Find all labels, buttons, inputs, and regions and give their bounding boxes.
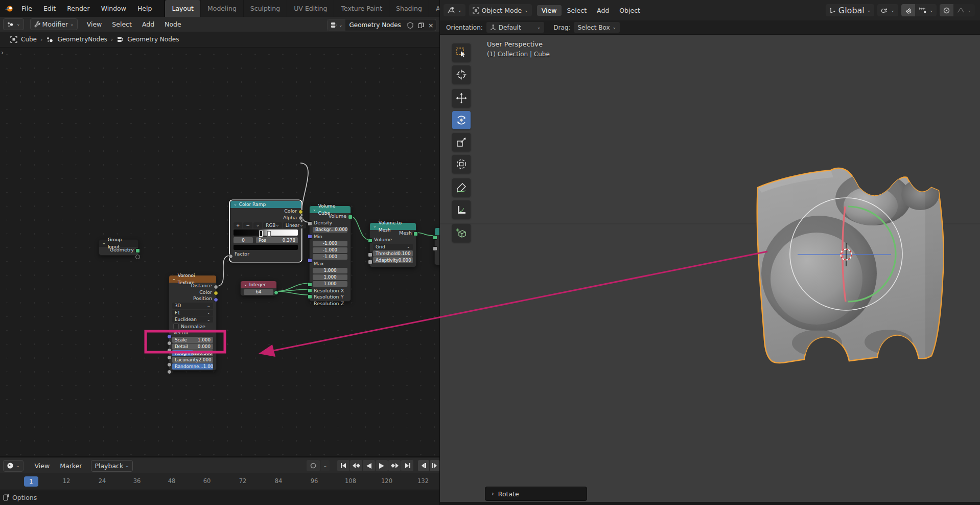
v2m-threshold-field[interactable]: Threshold0.100 (373, 250, 413, 257)
play-reverse-button[interactable] (363, 460, 375, 471)
ramp-color-swatch[interactable] (234, 245, 298, 250)
tab-animation[interactable]: Animation (429, 0, 439, 17)
voronoi-lacunarity-field[interactable]: Lacunarity2.000 (172, 357, 213, 363)
orientation-value-dropdown[interactable]: Default ⌄ (486, 22, 544, 33)
ramp-add-stop-button[interactable]: + (234, 222, 242, 228)
volume-cube-min-z[interactable]: -1.000 (313, 254, 347, 260)
socket-position-out[interactable] (214, 297, 218, 302)
v2m-resolution-dropdown[interactable]: Grid⌄ (373, 244, 413, 250)
proportional-editing-button[interactable] (940, 4, 953, 16)
socket-virtual[interactable] (135, 255, 140, 259)
breadcrumb-object[interactable]: Cube (21, 36, 37, 43)
ramp-stop-white[interactable] (267, 231, 271, 237)
ramp-interpolation-dropdown[interactable]: Linear⌄ (283, 222, 306, 228)
socket-voronoi-color-out[interactable] (214, 291, 218, 295)
socket-sliver-in-1[interactable] (433, 235, 437, 240)
volume-cube-min-x[interactable]: -1.000 (313, 241, 347, 247)
prev-keyframe-button[interactable] (350, 460, 362, 471)
tab-layout[interactable]: Layout (165, 0, 200, 17)
unlink-close-icon[interactable]: × (426, 21, 436, 29)
menu-render[interactable]: Render (61, 5, 96, 12)
snap-settings-dropdown[interactable]: ⌄ (915, 4, 937, 16)
proportional-falloff-dropdown[interactable]: ⌄ (953, 4, 975, 16)
tool-measure[interactable] (452, 200, 471, 219)
sidebar-expand-arrow[interactable]: › (1, 49, 4, 56)
next-keyframe-button[interactable] (388, 460, 401, 471)
editor-type-button[interactable]: ⌄ (3, 18, 24, 30)
timeline-scrub-area[interactable]: 1 12 24 36 48 60 72 84 96 108 120 132 (0, 473, 439, 490)
operator-panel-rotate[interactable]: › Rotate (485, 487, 587, 501)
tool-annotate[interactable] (452, 178, 471, 197)
voronoi-dimensions-dropdown[interactable]: 3D⌄ (172, 303, 213, 309)
viewport-3d[interactable]: ⌄ Object Mode ⌄ View Select Add Object G… (439, 0, 980, 505)
voronoi-roughness-field[interactable]: Roughness0.500 (172, 350, 213, 356)
node-canvas[interactable]: ⌄Group Input Geometry ⌄Color Ramp Color … (0, 48, 439, 456)
fake-user-shield-icon[interactable] (405, 22, 415, 29)
socket-sliver-in-2[interactable] (433, 246, 437, 251)
modifier-dropdown[interactable]: Modifier ⌄ (30, 18, 78, 30)
tl-menu-view[interactable]: View (30, 462, 55, 470)
socket-vector-in[interactable] (167, 334, 172, 339)
node-volume-cube[interactable]: ⌄Volume Cube Volume Density Backgr...0.0… (309, 205, 351, 302)
socket-scale-in[interactable] (167, 341, 172, 346)
node-group-input[interactable]: ⌄Group Input Geometry (99, 239, 138, 256)
volume-cube-max-y[interactable]: 1.000 (313, 274, 347, 281)
socket-res-y-in[interactable] (308, 288, 312, 293)
transform-orientation-dropdown[interactable]: Global ⌄ (826, 4, 875, 16)
snap-toggle-button[interactable] (901, 4, 915, 16)
menu-help[interactable]: Help (132, 5, 158, 12)
breadcrumb-tree[interactable]: Geometry Nodes (127, 36, 179, 43)
keying-set-dropdown[interactable]: ⌄ (321, 460, 330, 471)
browse-tree-button[interactable]: ⌄ (328, 19, 345, 31)
tool-scale[interactable] (452, 133, 471, 151)
tool-add-cube[interactable] (452, 224, 471, 242)
volume-cube-max-z[interactable]: 1.000 (313, 281, 347, 287)
vp-menu-select[interactable]: Select (563, 5, 592, 16)
socket-color-out[interactable] (298, 210, 303, 214)
tool-move[interactable] (452, 89, 471, 107)
ramp-specials-button[interactable]: ⌄ (253, 222, 263, 228)
auto-keying-button[interactable] (307, 460, 320, 471)
tool-transform[interactable] (452, 155, 471, 173)
ramp-position-field[interactable]: Pos0.378 (256, 237, 298, 243)
tab-texture-paint[interactable]: Texture Paint (334, 0, 389, 17)
socket-alpha-out[interactable] (298, 216, 303, 220)
node-integer[interactable]: ⌄Integer 64 (240, 281, 277, 296)
socket-volume-out[interactable] (348, 215, 353, 219)
node-clipped-sliver[interactable] (434, 227, 439, 265)
ne-menu-add[interactable]: Add (137, 20, 159, 28)
tab-uv-editing[interactable]: UV Editing (287, 0, 334, 17)
menu-edit[interactable]: Edit (38, 5, 61, 12)
tool-tweak-select[interactable] (452, 43, 471, 62)
socket-v2m-volume-in[interactable] (368, 238, 372, 243)
socket-v2m-adaptivity-in[interactable] (368, 260, 372, 264)
v2m-adaptivity-field[interactable]: Adaptivity0.000 (373, 257, 413, 263)
ne-menu-node[interactable]: Node (159, 20, 186, 28)
socket-mesh-out[interactable] (413, 232, 418, 236)
ramp-index-field[interactable]: 0 (234, 237, 253, 243)
node-voronoi-texture[interactable]: ⌄Voronoi Texture Distance Color Position… (169, 275, 217, 371)
tab-shading[interactable]: Shading (389, 0, 429, 17)
socket-density-in[interactable] (308, 221, 312, 226)
socket-res-z-in[interactable] (308, 294, 312, 299)
socket-factor-in[interactable] (228, 254, 233, 259)
ramp-stop-black[interactable] (259, 231, 263, 237)
volume-cube-background-field[interactable]: Backgr...0.000 (313, 227, 347, 233)
volume-cube-min-y[interactable]: -1.000 (313, 247, 347, 254)
socket-distance-out[interactable] (214, 285, 218, 289)
tl-playback-dropdown[interactable]: Playback⌄ (91, 460, 132, 472)
vp-editor-type-button[interactable]: ⌄ (444, 4, 465, 16)
color-ramp-gradient[interactable] (234, 229, 298, 236)
vp-menu-view[interactable]: View (537, 5, 562, 16)
socket-geometry-out[interactable] (135, 248, 140, 253)
voronoi-detail-field[interactable]: Detail0.000 (172, 343, 213, 350)
node-color-ramp[interactable]: ⌄Color Ramp Color Alpha + − ⌄ RGB⌄ Linea… (230, 200, 301, 262)
drag-value-dropdown[interactable]: Select Box ⌄ (574, 22, 620, 33)
step-back-button[interactable] (418, 460, 429, 471)
voronoi-metric-dropdown[interactable]: Euclidean⌄ (172, 316, 213, 323)
socket-integer-out[interactable] (274, 290, 278, 295)
node-volume-to-mesh[interactable]: ⌄Volume to Mesh Mesh Volume Grid⌄ Thresh… (369, 222, 416, 267)
voronoi-randomness-field[interactable]: Randomne...1.000 (172, 363, 213, 370)
play-button[interactable] (376, 460, 388, 471)
jump-to-end-button[interactable] (401, 460, 413, 471)
